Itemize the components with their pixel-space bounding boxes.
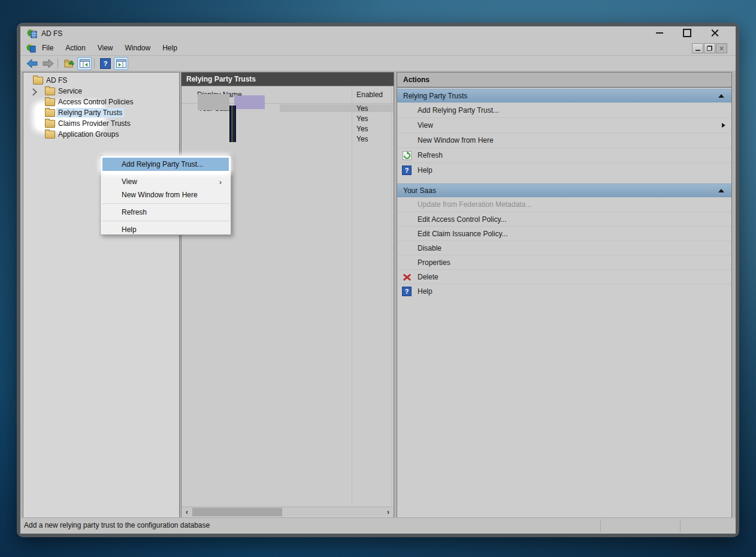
statusbar-divider: [680, 519, 681, 532]
redaction-artifact-stripes: [229, 106, 236, 142]
context-menu-add-relying-party-trust[interactable]: Add Relying Party Trust...: [102, 158, 229, 171]
action-label: Delete: [418, 273, 439, 281]
tree-item-claims-provider-trusts[interactable]: Claims Provider Trusts: [23, 118, 179, 129]
collapse-arrow-icon[interactable]: [718, 94, 724, 98]
action-view[interactable]: View: [397, 118, 731, 133]
scrollbar-thumb[interactable]: [192, 508, 282, 516]
action-help[interactable]: ? Help: [397, 284, 731, 298]
row-enabled-value: Yes: [356, 104, 368, 113]
forward-button[interactable]: [41, 57, 55, 70]
tree-item-service[interactable]: Service: [23, 86, 179, 97]
mdi-restore-button[interactable]: [704, 43, 715, 53]
actions-group-header-your-saas[interactable]: Your Saas: [397, 183, 731, 197]
row-enabled-value: Yes: [356, 115, 368, 123]
context-menu-refresh[interactable]: Refresh: [102, 206, 229, 219]
action-label: Update from Federation Metadata...: [418, 200, 531, 209]
redaction-box-purple: [234, 95, 265, 109]
action-label: New Window from Here: [418, 136, 494, 144]
context-menu-new-window-from-here[interactable]: New Window from Here: [102, 188, 229, 201]
tree-item-label: AD FS: [46, 76, 67, 85]
results-pane: Relying Party Trusts Display Name Enable…: [181, 72, 394, 519]
menu-action[interactable]: Action: [59, 41, 91, 55]
action-disable[interactable]: Disable: [397, 240, 731, 255]
toolbar: ?: [20, 56, 736, 71]
column-header-enabled[interactable]: Enabled: [356, 91, 383, 99]
scroll-left-arrow[interactable]: ‹: [182, 507, 192, 517]
folder-icon: [45, 120, 55, 128]
collapse-arrow-icon[interactable]: [718, 189, 724, 192]
menu-separator: [102, 221, 229, 221]
column-divider: [352, 86, 352, 507]
action-label: View: [418, 121, 433, 130]
action-label: Edit Access Control Policy...: [418, 215, 507, 224]
help-icon: ?: [100, 58, 111, 69]
menu-window[interactable]: Window: [119, 41, 157, 55]
tree-item-label: Application Groups: [58, 130, 119, 139]
mdi-minimize-button[interactable]: [692, 43, 703, 53]
row-enabled-value: Yes: [356, 125, 368, 133]
mdi-close-icon: ×: [719, 45, 724, 52]
action-properties[interactable]: Properties: [397, 255, 731, 269]
actions-group-items: Add Relying Party Trust... View New Wind…: [397, 103, 731, 177]
action-label: Help: [418, 166, 433, 174]
menu-help[interactable]: Help: [156, 41, 183, 55]
folder-icon: [33, 77, 43, 85]
actions-group-header-relying-party-trusts[interactable]: Relying Party Trusts: [397, 89, 731, 103]
close-button[interactable]: [708, 26, 721, 39]
action-edit-claim-issuance-policy[interactable]: Edit Claim Issuance Policy...: [397, 226, 731, 240]
chevron-right-icon[interactable]: [29, 88, 37, 96]
toolbar-separator: [94, 58, 95, 68]
context-menu: Add Relying Party Trust... View › New Wi…: [100, 155, 231, 235]
action-label: Help: [418, 287, 433, 296]
context-menu-view[interactable]: View ›: [102, 175, 229, 188]
tree-item-application-groups[interactable]: Application Groups: [23, 129, 179, 140]
context-menu-label: Refresh: [122, 208, 147, 216]
folder-icon: [45, 88, 55, 95]
actions-pane-title: Actions: [397, 73, 731, 88]
context-menu-help[interactable]: Help: [102, 223, 229, 236]
minimize-icon: [656, 32, 663, 34]
help-button[interactable]: ?: [98, 57, 113, 70]
console-tree-pane: AD FS Service Access Control Policies Re…: [23, 72, 180, 519]
show-hide-action-pane-button[interactable]: [114, 57, 128, 70]
context-menu-label: New Window from Here: [122, 191, 198, 199]
action-update-from-federation-metadata: Update from Federation Metadata...: [397, 197, 731, 212]
action-refresh[interactable]: Refresh: [397, 147, 731, 162]
scroll-right-arrow[interactable]: ›: [383, 507, 393, 517]
action-add-relying-party-trust[interactable]: Add Relying Party Trust...: [397, 103, 731, 118]
action-new-window-from-here[interactable]: New Window from Here: [397, 133, 731, 147]
tree-item-label-selected: Relying Party Trusts: [56, 108, 124, 118]
maximize-button[interactable]: [681, 26, 694, 39]
menu-view[interactable]: View: [92, 41, 119, 55]
action-edit-access-control-policy[interactable]: Edit Access Control Policy...: [397, 212, 731, 226]
tree-item-access-control-policies[interactable]: Access Control Policies: [23, 97, 179, 107]
horizontal-scrollbar[interactable]: ‹ ›: [182, 507, 393, 517]
context-menu-label: View: [122, 177, 137, 186]
tree-item-relying-party-trusts[interactable]: Relying Party Trusts: [23, 107, 179, 118]
selected-row-highlight: [280, 104, 393, 112]
action-delete[interactable]: Delete: [397, 269, 731, 284]
list-row[interactable]: Yes: [182, 124, 394, 134]
tree-item-label: Claims Provider Trusts: [58, 119, 131, 128]
group-title: Relying Party Trusts: [403, 92, 467, 100]
submenu-arrow-icon: [722, 123, 725, 128]
action-help[interactable]: ? Help: [397, 162, 731, 177]
action-label: Refresh: [418, 151, 443, 159]
action-label: Add Relying Party Trust...: [418, 106, 499, 115]
statusbar: Add a new relying party trust to the con…: [20, 517, 736, 534]
delete-icon: [402, 272, 412, 282]
results-pane-title: Relying Party Trusts: [182, 73, 394, 86]
export-list-button[interactable]: [62, 57, 76, 70]
minimize-button[interactable]: [653, 26, 666, 39]
list-row[interactable]: Yes: [182, 134, 394, 144]
toolbar-separator: [58, 58, 58, 68]
status-text: Add a new relying party trust to the con…: [24, 521, 210, 529]
action-pane-icon: [116, 59, 126, 68]
menu-file[interactable]: File: [36, 41, 59, 55]
back-button[interactable]: [25, 57, 40, 70]
list-row[interactable]: Yes: [182, 113, 394, 124]
show-hide-console-tree-button[interactable]: [77, 57, 92, 70]
tree-item-adfs[interactable]: AD FS: [23, 75, 179, 86]
titlebar[interactable]: AD FS: [20, 26, 736, 41]
mdi-close-button[interactable]: ×: [716, 43, 727, 53]
